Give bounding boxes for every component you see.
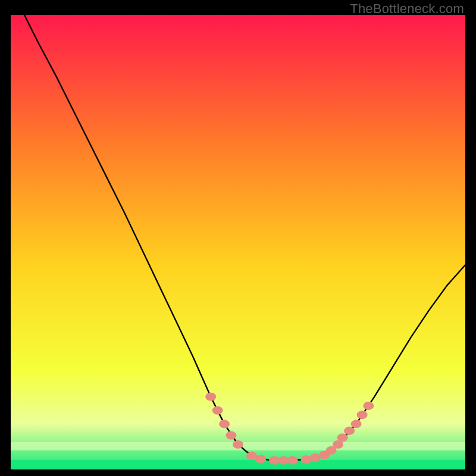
highlight-marker (363, 402, 374, 410)
chart-frame (11, 15, 465, 469)
highlight-marker (278, 456, 289, 465)
highlight-marker (351, 420, 362, 428)
highlight-marker (219, 420, 230, 428)
highlight-marker (226, 431, 237, 440)
highlight-marker (310, 453, 321, 462)
highlight-marker (301, 455, 312, 464)
gradient-background (11, 15, 465, 469)
chart-svg (11, 15, 465, 469)
highlight-marker (246, 452, 257, 460)
highlight-marker (205, 393, 216, 401)
highlight-marker (287, 456, 298, 465)
highlight-marker (255, 455, 266, 463)
highlight-marker (337, 434, 348, 442)
highlight-marker (233, 440, 243, 449)
highlight-marker (344, 427, 355, 435)
bottom-green-band (11, 460, 465, 469)
highlight-marker (212, 406, 223, 415)
highlight-marker (357, 411, 368, 419)
